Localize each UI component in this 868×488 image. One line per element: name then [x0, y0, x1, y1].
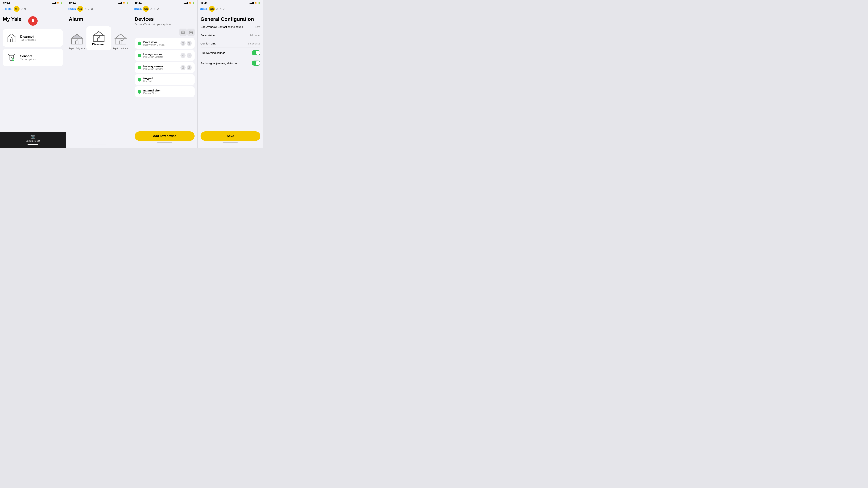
devices-content: Devices Sensors/Devices in your system: [132, 13, 197, 129]
disarmed-center-option[interactable]: Disarmed: [87, 26, 111, 50]
hub-icon-1[interactable]: [179, 29, 187, 36]
home-icon-3[interactable]: ⌂: [150, 7, 152, 10]
time-1: 12:44: [3, 1, 10, 4]
config-panel: 12:45 ▂▄▆ 📶 🔋 ‹ Back Yale ⌂ ? ↺ General …: [198, 0, 263, 148]
refresh-icon-3[interactable]: ↺: [157, 7, 159, 11]
toggle-hub-warning[interactable]: [252, 50, 260, 55]
status-bar-2: 12:44 ▂▄▆ 📶 🔋: [66, 0, 131, 5]
signal-icon-4: ▂▄▆: [250, 2, 254, 4]
config-hub-warning[interactable]: Hub warning sounds: [200, 48, 260, 58]
device-btn-x[interactable]: ✕: [187, 53, 192, 58]
status-icons-3: ▂▄▆ 📶 🔋: [184, 2, 194, 4]
hub-icon-pair: [179, 29, 194, 36]
config-comfort-led[interactable]: Comfort LED 5 seconds: [200, 39, 260, 48]
scroll-indicator-4: [223, 142, 238, 143]
battery-icon-3: 🔋: [192, 2, 194, 4]
nav-bar-1: ☰ Menu Yale ? ↺: [0, 5, 66, 13]
toggle-radio-jamming[interactable]: [252, 61, 260, 66]
svg-marker-11: [71, 34, 82, 38]
devices-subtitle: Sensors/Devices in your system: [135, 23, 194, 26]
svg-marker-21: [181, 31, 185, 32]
device-btn-sound[interactable]: [181, 53, 186, 58]
device-item-front-door[interactable]: Front door Door/Window Contact: [135, 38, 194, 48]
scroll-indicator-1: [28, 144, 38, 145]
device-btn-2[interactable]: [187, 41, 192, 46]
save-button[interactable]: Save: [200, 131, 260, 141]
scroll-indicator-3: [157, 142, 172, 143]
device-item-keypad[interactable]: Keypad Key Pad: [135, 74, 194, 85]
wifi-icon: 📶: [57, 2, 60, 4]
device-item-siren[interactable]: External siren External Siren: [135, 87, 194, 97]
part-arm-option[interactable]: Tap to part arm: [113, 33, 128, 50]
config-value-supervision: 24 hours: [250, 34, 260, 37]
status-bar-1: 12:44 ▂▄▆ 📶 🔋: [0, 0, 66, 5]
device-btn-1[interactable]: [181, 41, 186, 46]
home-icon-4[interactable]: ⌂: [216, 7, 218, 10]
yale-logo-4: Yale: [209, 6, 215, 12]
hub-icon-2[interactable]: [187, 29, 194, 36]
refresh-icon-2[interactable]: ↺: [91, 7, 93, 11]
config-list: Door/Window Contact chime sound Low Supe…: [200, 23, 260, 68]
camera-icon: 📷: [30, 134, 35, 139]
bottom-bar[interactable]: 📷 Camera Feeds: [0, 132, 66, 148]
config-radio-jamming[interactable]: Radio signal jamming detection: [200, 58, 260, 68]
device-item-hallway[interactable]: Hallway sensor PIR Motion Detector: [135, 62, 194, 73]
svg-rect-2: [10, 39, 13, 42]
device-btn-h2[interactable]: [187, 65, 192, 70]
camera-label: Camera Feeds: [26, 140, 40, 142]
config-door-window-chime[interactable]: Door/Window Contact chime sound Low: [200, 23, 260, 31]
menu-button[interactable]: ☰ Menu: [2, 7, 12, 11]
fully-arm-label: Tap to fully arm: [69, 47, 85, 50]
alarm-content: Alarm Tap to fully arm: [66, 13, 131, 142]
device-status-front-door: [137, 41, 141, 45]
nav-bar-2: ‹ Back Yale ⌂ ? ↺: [66, 5, 131, 13]
svg-marker-15: [93, 31, 104, 36]
device-info-keypad: Keypad Key Pad: [144, 77, 192, 83]
my-yale-panel: 12:44 ▂▄▆ 📶 🔋 ☰ Menu Yale ? ↺: [0, 0, 66, 148]
devices-title: Devices: [135, 16, 194, 22]
back-button-3[interactable]: ‹ Back: [134, 7, 142, 10]
config-value-chime: Low: [255, 25, 260, 28]
wifi-icon-3: 📶: [189, 2, 191, 4]
part-arm-icon: [113, 33, 128, 45]
device-info-lounge: Lounge sensor PIR Motion Detector: [144, 53, 178, 58]
device-list: Front door Door/Window Contact: [135, 38, 194, 97]
fully-arm-option[interactable]: Tap to fully arm: [69, 33, 85, 50]
disarmed-card[interactable]: Disarmed Tap for options: [3, 29, 63, 46]
svg-point-25: [190, 32, 191, 33]
yale-logo-1: Yale: [14, 6, 20, 12]
status-bar-4: 12:45 ▂▄▆ 📶 🔋: [198, 0, 263, 5]
add-device-button[interactable]: Add new device: [135, 131, 194, 141]
yale-logo-3: Yale: [143, 6, 149, 12]
question-icon-3[interactable]: ?: [154, 7, 155, 10]
time-3: 12:44: [135, 1, 142, 4]
refresh-icon-1[interactable]: ↺: [24, 7, 26, 11]
svg-marker-12: [93, 31, 104, 41]
device-status-siren: [137, 90, 141, 94]
alarm-alert-icon[interactable]: [28, 16, 38, 26]
sensors-card[interactable]: Sensors Tap for options: [3, 49, 63, 66]
devices-panel: 12:44 ▂▄▆ 📶 🔋 ‹ Back Yale ⌂ ? ↺ Devices …: [132, 0, 198, 148]
scroll-indicator-2: [92, 144, 106, 144]
fully-arm-icon: [70, 33, 84, 45]
battery-icon-2: 🔋: [126, 2, 129, 4]
battery-icon: 🔋: [60, 2, 63, 4]
device-btn-h1[interactable]: [181, 65, 186, 70]
home-icon-2[interactable]: ⌂: [85, 7, 86, 10]
signal-icon-2: ▂▄▆: [118, 2, 122, 4]
question-icon-1[interactable]: ?: [21, 7, 23, 10]
svg-point-0: [33, 23, 33, 23]
alarm-panel: 12:44 ▂▄▆ 📶 🔋 ‹ Back Yale ⌂ ? ↺ Alarm: [66, 0, 132, 148]
back-chevron-4: ‹: [200, 7, 201, 10]
config-supervision[interactable]: Supervision 24 hours: [200, 31, 260, 39]
status-icons-4: ▂▄▆ 📶 🔋: [250, 2, 260, 4]
device-status-keypad: [137, 78, 141, 82]
question-icon-4[interactable]: ?: [219, 7, 221, 10]
back-chevron-2: ‹: [68, 7, 69, 10]
refresh-icon-4[interactable]: ↺: [222, 7, 225, 11]
svg-marker-24: [189, 31, 193, 32]
back-button-2[interactable]: ‹ Back: [68, 7, 76, 10]
question-icon-2[interactable]: ?: [88, 7, 89, 10]
back-button-4[interactable]: ‹ Back: [200, 7, 208, 10]
device-item-lounge[interactable]: Lounge sensor PIR Motion Detector ✕: [135, 50, 194, 61]
